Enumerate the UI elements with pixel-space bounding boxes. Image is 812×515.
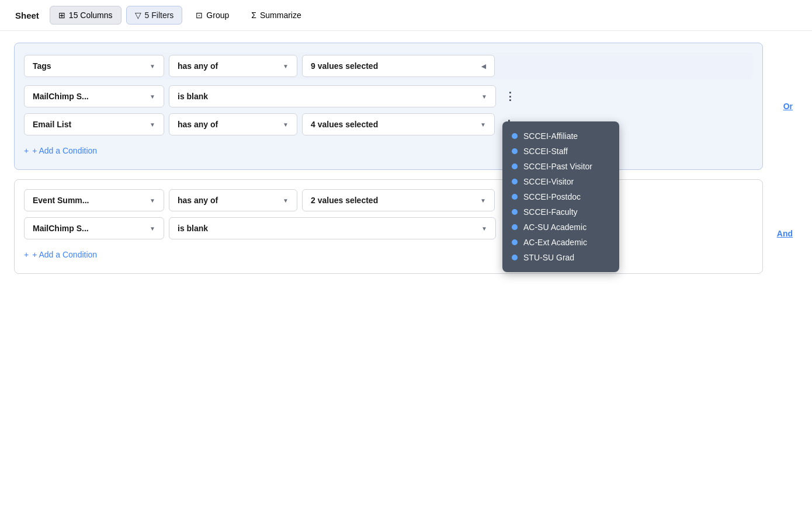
add-condition-label-1: + Add a Condition [32,146,97,155]
mailchimp1-more-button[interactable]: ⋮ [501,87,519,106]
tags-dropdown-popup: SCCEI-Affiliate SCCEI-Staff SCCEI-Past V… [502,121,619,272]
or-connector[interactable]: Or [783,102,793,111]
event-summ-value-select[interactable]: 2 values selected ▼ [302,189,495,211]
add-condition-plus-icon-2: + [24,250,29,259]
dot-icon-5 [512,209,518,215]
dot-icon-0 [512,133,518,139]
email-list-value-chevron: ▼ [480,121,486,128]
sheet-label[interactable]: Sheet [9,6,45,25]
tags-value-label: 9 values selected [311,61,378,71]
dot-icon-3 [512,179,518,185]
dot-icon-4 [512,194,518,200]
dropdown-item-8[interactable]: STU-SU Grad [512,250,610,265]
filter-row-mailchimp1: MailChimp S... ▼ is blank ▼ ⋮ [24,85,753,107]
event-summ-field-chevron: ▼ [150,197,155,204]
dropdown-item-1[interactable]: SCCEI-Staff [512,144,610,159]
filter-group-1: Tags ▼ has any of ▼ 9 values selected ◀ … [14,43,763,170]
dot-icon-2 [512,163,518,169]
tags-field-chevron: ▼ [150,63,155,69]
filter-group-2: Event Summ... ▼ has any of ▼ 2 values se… [14,179,763,274]
dropdown-label-3: SCCEI-Visitor [523,177,574,186]
dropdown-label-1: SCCEI-Staff [523,147,568,156]
email-list-value-label: 4 values selected [311,120,378,129]
summarize-button[interactable]: Σ Summarize [242,6,310,25]
tags-operator-chevron: ▼ [283,63,289,69]
mailchimp1-operator-label: is blank [178,92,208,101]
dropdown-label-4: SCCEI-Postdoc [523,192,581,201]
tags-value-chevron: ◀ [481,63,486,69]
and-connector[interactable]: And [777,229,793,238]
mailchimp2-operator-select[interactable]: is blank ▼ [169,217,496,239]
dropdown-label-5: SCCEI-Faculty [523,207,578,217]
dropdown-label-2: SCCEI-Past Visitor [523,162,592,171]
dropdown-item-4[interactable]: SCCEI-Postdoc [512,189,610,204]
mailchimp1-field-label: MailChimp S... [33,92,89,101]
event-summ-operator-chevron: ▼ [283,197,289,204]
mailchimp1-field-chevron: ▼ [150,93,155,100]
email-list-operator-label: has any of [178,120,218,129]
dot-icon-6 [512,224,518,230]
mailchimp2-field-chevron: ▼ [150,225,155,232]
mailchimp1-operator-select[interactable]: is blank ▼ [169,85,496,107]
event-summ-value-chevron: ▼ [480,197,486,204]
group-icon: ⊡ [196,11,203,20]
event-summ-value-label: 2 values selected [311,196,378,205]
tags-field-label: Tags [33,61,51,71]
mailchimp1-field-select[interactable]: MailChimp S... ▼ [24,85,164,107]
event-summ-operator-select[interactable]: has any of ▼ [169,189,297,211]
dot-icon-7 [512,239,518,245]
filter-groups-wrapper: Tags ▼ has any of ▼ 9 values selected ◀ … [14,43,798,274]
dropdown-item-7[interactable]: AC-Ext Academic [512,235,610,250]
filter-icon: ▽ [135,11,141,20]
dropdown-item-2[interactable]: SCCEI-Past Visitor [512,159,610,174]
dropdown-item-5[interactable]: SCCEI-Faculty [512,204,610,220]
dropdown-label-6: AC-SU Academic [523,222,587,232]
dropdown-item-6[interactable]: AC-SU Academic [512,220,610,235]
email-list-field-chevron: ▼ [150,121,155,128]
dot-icon-8 [512,255,518,260]
dropdown-label-8: STU-SU Grad [523,253,574,262]
dropdown-label-0: SCCEI-Affiliate [523,131,578,141]
email-list-operator-chevron: ▼ [283,121,289,128]
filter-row-event-summ: Event Summ... ▼ has any of ▼ 2 values se… [24,189,753,211]
filters-button[interactable]: ▽ 5 Filters [126,6,183,25]
mailchimp2-field-select[interactable]: MailChimp S... ▼ [24,217,164,239]
tags-operator-label: has any of [178,61,218,71]
filter-area: Tags ▼ has any of ▼ 9 values selected ◀ … [0,31,812,295]
email-list-field-select[interactable]: Email List ▼ [24,113,164,135]
dropdown-item-0[interactable]: SCCEI-Affiliate [512,128,610,144]
mailchimp2-operator-label: is blank [178,224,208,233]
mailchimp1-operator-chevron: ▼ [481,93,487,100]
filter-row-email-list: Email List ▼ has any of ▼ 4 values selec… [24,113,753,135]
email-list-value-select[interactable]: 4 values selected ▼ [302,113,495,135]
dropdown-label-7: AC-Ext Academic [523,238,587,247]
add-condition-button-2[interactable]: + + Add a Condition [24,245,753,264]
add-condition-label-2: + Add a Condition [32,250,97,259]
dropdown-item-3[interactable]: SCCEI-Visitor [512,174,610,189]
add-condition-button-1[interactable]: + + Add a Condition [24,141,753,160]
group-button[interactable]: ⊡ Group [187,6,238,25]
filter-row-tags: Tags ▼ has any of ▼ 9 values selected ◀ [24,53,753,79]
email-list-field-label: Email List [33,120,71,129]
email-list-operator-select[interactable]: has any of ▼ [169,113,297,135]
tags-value-select[interactable]: 9 values selected ◀ [302,55,495,77]
mailchimp2-operator-chevron: ▼ [481,225,487,232]
filter-row-mailchimp2: MailChimp S... ▼ is blank ▼ ⋮ [24,217,753,239]
event-summ-field-select[interactable]: Event Summ... ▼ [24,189,164,211]
event-summ-operator-label: has any of [178,196,218,205]
toolbar: Sheet ⊞ 15 Columns ▽ 5 Filters ⊡ Group Σ… [0,0,812,31]
columns-button[interactable]: ⊞ 15 Columns [50,6,122,25]
columns-icon: ⊞ [58,11,65,20]
event-summ-field-label: Event Summ... [33,196,89,205]
mailchimp2-field-label: MailChimp S... [33,224,89,233]
tags-operator-select[interactable]: has any of ▼ [169,55,297,77]
add-condition-plus-icon-1: + [24,146,29,155]
tags-field-select[interactable]: Tags ▼ [24,55,164,77]
sum-icon: Σ [251,11,256,20]
dot-icon-1 [512,148,518,154]
